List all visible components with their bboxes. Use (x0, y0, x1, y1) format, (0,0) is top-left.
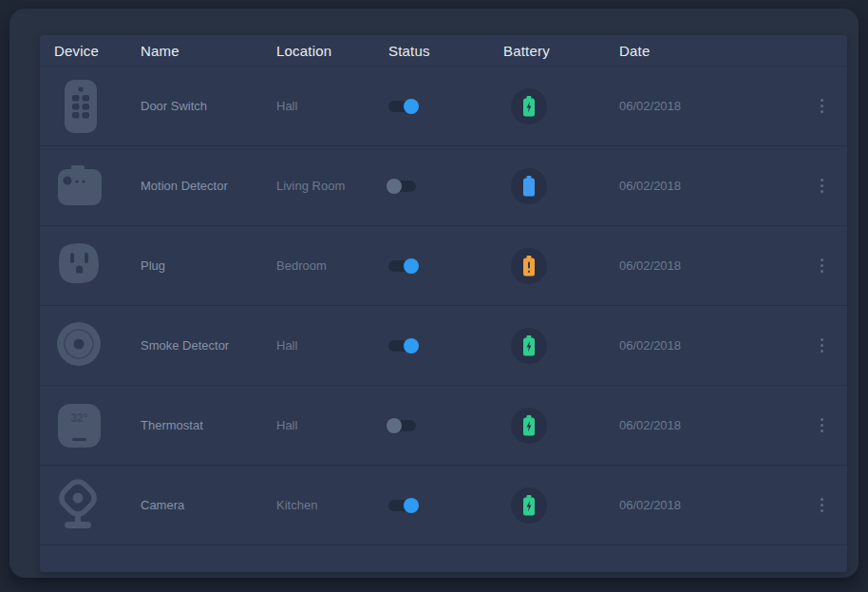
col-header-location: Location (276, 43, 388, 59)
col-header-battery: Battery (503, 43, 619, 59)
device-location: Hall (276, 418, 388, 432)
toggle-knob (404, 338, 419, 353)
device-date: 06/02/2018 (619, 418, 792, 432)
row-menu-button[interactable] (813, 494, 830, 517)
battery-indicator (511, 408, 547, 444)
toggle-knob (404, 258, 419, 274)
app-panel: Device Name Location Status Battery Date (9, 9, 859, 578)
battery-indicator (511, 328, 547, 364)
table-row: Motion Detector Living Room 06/02/2018 (40, 146, 847, 226)
status-toggle[interactable] (388, 340, 416, 352)
smoke-detector-icon (54, 317, 107, 374)
table-header: Device Name Location Status Battery Date (40, 35, 847, 67)
table-row: Door Switch Hall 06/02/2018 (40, 67, 847, 146)
device-date: 06/02/2018 (619, 179, 792, 193)
device-date: 06/02/2018 (619, 258, 792, 273)
devices-table: Device Name Location Status Battery Date (40, 35, 847, 572)
col-header-name: Name (141, 43, 276, 59)
device-name: Thermostat (141, 418, 276, 432)
remote-icon (54, 78, 107, 135)
device-location: Bedroom (276, 258, 388, 273)
table-row: Smoke Detector Hall 06/02/2018 (40, 306, 847, 386)
battery-indicator (511, 248, 547, 284)
device-name: Door Switch (141, 99, 276, 113)
battery-indicator (511, 168, 547, 204)
row-menu-button[interactable] (813, 175, 830, 198)
device-name: Camera (141, 498, 276, 512)
col-header-status: Status (388, 43, 503, 59)
table-row: 32° Thermostat Hall 06/02/2018 (40, 386, 847, 466)
table-row: Camera Kitchen 06/02/2018 (40, 466, 847, 545)
thermostat-icon: 32° (54, 397, 107, 454)
status-toggle[interactable] (388, 181, 416, 192)
motion-detector-icon (54, 158, 107, 215)
toggle-knob (387, 418, 402, 433)
battery-indicator (511, 487, 547, 524)
col-header-device: Device (54, 43, 141, 59)
row-menu-button[interactable] (813, 95, 830, 118)
status-toggle[interactable] (388, 500, 416, 511)
toggle-knob (387, 179, 402, 194)
device-location: Hall (276, 338, 388, 353)
device-location: Hall (276, 99, 388, 113)
row-menu-button[interactable] (813, 414, 830, 437)
col-header-date: Date (619, 43, 792, 59)
device-date: 06/02/2018 (619, 99, 792, 113)
battery-indicator (511, 88, 547, 124)
table-row: Plug Bedroom 06/02/2018 (40, 226, 847, 306)
thermostat-temp-label: 32° (70, 411, 87, 425)
plug-icon (54, 238, 107, 295)
status-toggle[interactable] (388, 420, 416, 431)
device-name: Smoke Detector (141, 338, 276, 353)
status-toggle[interactable] (388, 260, 416, 272)
device-location: Kitchen (276, 498, 388, 512)
device-name: Plug (141, 258, 276, 273)
device-location: Living Room (276, 179, 388, 193)
device-date: 06/02/2018 (619, 338, 792, 353)
app-window: Device Name Location Status Battery Date (0, 0, 868, 592)
camera-icon (54, 477, 107, 534)
device-date: 06/02/2018 (619, 498, 792, 512)
row-menu-button[interactable] (813, 255, 830, 277)
status-toggle[interactable] (388, 101, 416, 112)
device-name: Motion Detector (141, 179, 276, 193)
toggle-knob (404, 498, 419, 513)
toggle-knob (404, 99, 419, 114)
row-menu-button[interactable] (813, 334, 830, 357)
